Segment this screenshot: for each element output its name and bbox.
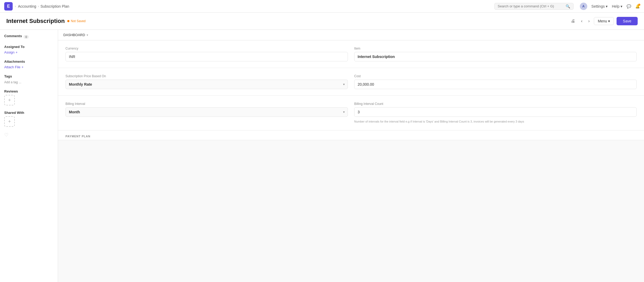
help-button[interactable]: Help ▾ — [612, 4, 622, 8]
comments-label: Comments — [4, 34, 22, 38]
currency-label: Currency — [65, 47, 348, 50]
not-saved-dot — [67, 20, 69, 22]
billing-count-group: Billing Interval Count Number of interva… — [354, 102, 637, 124]
currency-item-section: Currency Item — [58, 40, 644, 68]
payment-plan-section: PAYMENT PLAN — [58, 130, 644, 140]
comments-section: Comments 0 — [4, 34, 54, 40]
menu-button[interactable]: Menu ▾ — [594, 17, 614, 25]
main-content: DASHBOARD ▾ Currency Item Subscription P… — [58, 30, 644, 282]
billing-count-helper: Number of intervals for the interval fie… — [354, 119, 637, 124]
item-input[interactable] — [354, 52, 637, 61]
dashboard-tab[interactable]: DASHBOARD ▾ — [58, 30, 644, 40]
currency-item-row: Currency Item — [65, 47, 637, 61]
page-title-group: Internet Subscription Not Saved — [6, 18, 86, 25]
subscription-price-select-wrap: Monthly Rate Annual Rate One Time ▾ — [65, 80, 348, 89]
comments-count: 0 — [23, 35, 29, 39]
cost-input[interactable] — [354, 80, 637, 89]
shared-with-label: Shared With — [4, 111, 54, 115]
topnav: E › Accounting › Subscription Plan 🔍 A S… — [0, 0, 644, 13]
avatar[interactable]: A — [580, 3, 587, 10]
subscription-cost-section: Subscription Price Based On Monthly Rate… — [58, 68, 644, 96]
sidebar: Comments 0 Assigned To Assign + Attachme… — [0, 30, 58, 282]
subscription-price-label: Subscription Price Based On — [65, 74, 348, 78]
settings-chevron-icon: ▾ — [606, 4, 608, 8]
billing-count-input[interactable] — [354, 107, 637, 117]
subscription-price-select[interactable]: Monthly Rate Annual Rate One Time — [65, 80, 348, 89]
assign-label: Assign — [4, 50, 15, 54]
breadcrumb-sep-2: › — [38, 4, 39, 8]
billing-interval-label: Billing Interval — [65, 102, 348, 106]
search-bar: 🔍 — [494, 3, 574, 10]
add-shared-button[interactable]: + — [4, 116, 15, 127]
subscription-price-group: Subscription Price Based On Monthly Rate… — [65, 74, 348, 89]
not-saved-text: Not Saved — [71, 19, 86, 23]
search-input[interactable] — [498, 4, 564, 8]
not-saved-badge: Not Saved — [67, 19, 86, 23]
tags-section: Tags Add a tag ... — [4, 74, 54, 84]
currency-group: Currency — [65, 47, 348, 61]
attach-file-button[interactable]: Attach File + — [4, 65, 23, 69]
assign-plus-icon: + — [16, 50, 18, 54]
billing-interval-select[interactable]: Day Week Month Year — [65, 107, 348, 117]
reviews-section: Reviews + — [4, 89, 54, 105]
dashboard-tab-label: DASHBOARD — [63, 33, 85, 37]
attach-file-label: Attach File — [4, 65, 20, 69]
page-title: Internet Subscription — [6, 18, 65, 25]
notification-button[interactable]: 🔔 — [635, 4, 640, 8]
page-header: Internet Subscription Not Saved 🖨 ‹ › Me… — [0, 13, 644, 30]
menu-chevron-icon: ▾ — [608, 19, 610, 23]
assigned-to-label: Assigned To — [4, 45, 54, 49]
prev-button[interactable]: ‹ — [579, 18, 584, 25]
billing-interval-group: Billing Interval Day Week Month Year ▾ — [65, 102, 348, 124]
add-review-button[interactable]: + — [4, 95, 15, 105]
tags-label: Tags — [4, 74, 54, 78]
search-icon: 🔍 — [566, 4, 570, 8]
cost-group: Cost — [354, 74, 637, 89]
nav-right: A Settings ▾ Help ▾ 💬 🔔 — [580, 3, 640, 10]
attachments-label: Attachments — [4, 60, 54, 64]
save-button[interactable]: Save — [617, 17, 638, 25]
billing-interval-select-wrap: Day Week Month Year ▾ — [65, 107, 348, 117]
payment-plan-heading: PAYMENT PLAN — [65, 135, 637, 138]
next-button[interactable]: › — [587, 18, 591, 25]
breadcrumb-subscription-plan[interactable]: Subscription Plan — [40, 4, 69, 8]
print-button[interactable]: 🖨 — [569, 18, 577, 25]
breadcrumb: Accounting › Subscription Plan — [18, 4, 69, 8]
attach-plus-icon: + — [21, 65, 23, 69]
app-icon[interactable]: E — [4, 2, 13, 11]
attachments-section: Attachments Attach File + — [4, 60, 54, 69]
settings-button[interactable]: Settings ▾ — [591, 4, 608, 8]
header-actions: 🖨 ‹ › Menu ▾ Save — [569, 17, 638, 25]
breadcrumb-accounting[interactable]: Accounting — [18, 4, 36, 8]
help-chevron-icon: ▾ — [621, 4, 622, 8]
chat-icon-button[interactable]: 💬 — [627, 4, 631, 8]
layout: Comments 0 Assigned To Assign + Attachme… — [0, 30, 644, 282]
billing-row: Billing Interval Day Week Month Year ▾ B… — [65, 102, 637, 124]
currency-input[interactable] — [65, 52, 348, 61]
billing-count-label: Billing Interval Count — [354, 102, 637, 106]
favorite-icon[interactable]: ♡ — [4, 132, 54, 138]
breadcrumb-sep-1: › — [15, 4, 16, 8]
item-label: Item — [354, 47, 637, 50]
shared-with-section: Shared With + — [4, 111, 54, 127]
dashboard-chevron-icon: ▾ — [87, 33, 88, 37]
reviews-label: Reviews — [4, 89, 54, 93]
chat-icon: 💬 — [627, 4, 631, 8]
billing-section: Billing Interval Day Week Month Year ▾ B… — [58, 96, 644, 130]
assign-button[interactable]: Assign + — [4, 50, 18, 54]
cost-label: Cost — [354, 74, 637, 78]
assigned-to-section: Assigned To Assign + — [4, 45, 54, 54]
item-group: Item — [354, 47, 637, 61]
notification-dot — [638, 4, 640, 6]
add-tag-label[interactable]: Add a tag ... — [4, 80, 21, 84]
subscription-cost-row: Subscription Price Based On Monthly Rate… — [65, 74, 637, 89]
